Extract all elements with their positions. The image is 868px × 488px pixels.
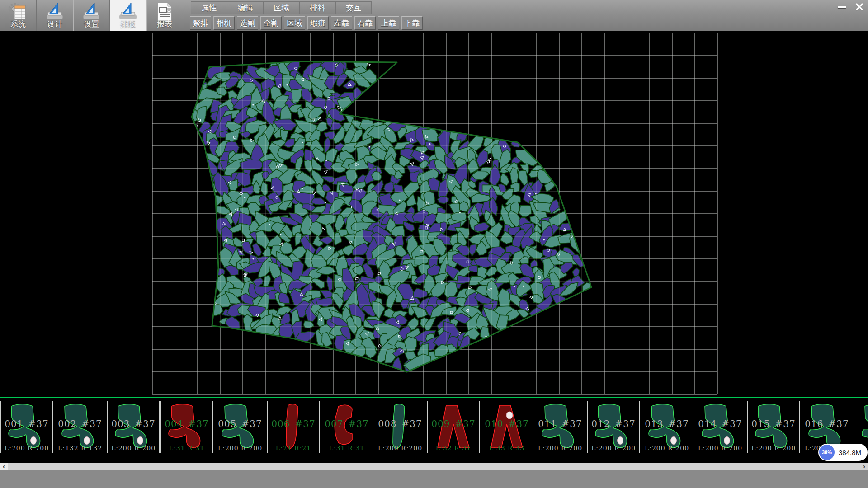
- part-id-label: 014_#37: [694, 418, 746, 429]
- download-badge[interactable]: 38% 384.8M: [818, 444, 868, 461]
- part-thumbnail-010_#37[interactable]: 010_#37L:33 R:33: [481, 401, 533, 453]
- action-button-相机[interactable]: 相机: [213, 16, 235, 30]
- action-button-全割[interactable]: 全割: [260, 16, 282, 30]
- part-thumbnail-014_#37[interactable]: 014_#37L:200 R:200: [694, 401, 746, 453]
- action-button-聚排[interactable]: 聚排: [190, 16, 211, 30]
- download-size: 384.8M: [839, 449, 861, 456]
- menu-tab-交互[interactable]: 交互: [335, 1, 372, 14]
- part-id-label: 016_#37: [801, 418, 853, 429]
- part-counts-label: L:200 R:200: [641, 445, 693, 452]
- parts-panel: 001_#37L:700 R:700002_#37L:132 R:132003_…: [0, 399, 868, 463]
- launcher-item-报表[interactable]: 报表: [146, 0, 183, 31]
- menu-tab-bar: 属性编辑区域排料交互: [191, 1, 372, 15]
- part-id-label: 010_#37: [481, 418, 533, 429]
- part-counts-label: L:132 R:132: [54, 445, 106, 452]
- part-id-label: 002_#37: [54, 418, 106, 429]
- nesting-app-window: 系统设计设置排版报表 属性编辑区域排料交互 聚排相机选割全割区域瑕疵左靠右靠上靠…: [0, 0, 868, 488]
- launcher-item-label: 设计: [37, 19, 73, 29]
- part-id-label: 009_#37: [428, 418, 479, 429]
- close-icon: [854, 2, 863, 11]
- part-thumbnail-013_#37[interactable]: 013_#37L:200 R:200: [641, 401, 693, 453]
- part-thumbnail-002_#37[interactable]: 002_#37L:132 R:132: [54, 401, 106, 453]
- part-counts-label: L:200 R:200: [214, 445, 266, 452]
- action-button-下靠[interactable]: 下靠: [401, 16, 423, 30]
- part-thumbnail-004_#37[interactable]: 004_#37L:31 R:31: [160, 401, 213, 453]
- part-counts-label: L:32 R:31: [428, 445, 479, 452]
- nesting-canvas-svg: [0, 32, 868, 397]
- part-id-label: 007_#37: [321, 418, 373, 429]
- part-thumbnail-015_#37[interactable]: 015_#37L:200 R:200: [747, 401, 800, 453]
- horizontal-scrollbar[interactable]: ‹ ›: [0, 463, 868, 470]
- part-id-label: 001_#37: [1, 418, 52, 429]
- part-counts-label: L:700 R:700: [1, 445, 52, 452]
- menu-tab-属性[interactable]: 属性: [191, 1, 227, 14]
- nesting-canvas[interactable]: [0, 32, 868, 397]
- part-id-label: 013_#37: [641, 418, 693, 429]
- menu-tab-编辑[interactable]: 编辑: [227, 1, 263, 14]
- part-counts-label: L:33 R:33: [481, 445, 533, 452]
- part-counts-label: L:200 R:200: [108, 445, 159, 452]
- part-id-label: 003_#37: [108, 418, 159, 429]
- action-button-区域[interactable]: 区域: [284, 16, 305, 30]
- part-id-label: 012_#37: [588, 418, 639, 429]
- part-id-label: 015_#37: [748, 418, 799, 429]
- part-counts-label: L:200 R:200: [748, 445, 799, 452]
- part-thumbnail-003_#37[interactable]: 003_#37L:200 R:200: [107, 401, 160, 453]
- part-counts-label: L:200 R:200: [534, 445, 586, 452]
- status-bar: [0, 470, 868, 488]
- scroll-left-icon: ‹: [3, 462, 5, 470]
- part-counts-label: L:31 R:31: [161, 445, 212, 452]
- launcher-item-排版[interactable]: 排版: [110, 0, 146, 31]
- close-button[interactable]: [851, 1, 867, 13]
- launcher-item-设置[interactable]: 设置: [73, 0, 110, 31]
- part-id-label: 008_#37: [374, 418, 426, 429]
- launcher-item-label: 报表: [146, 19, 183, 29]
- toolbar: 系统设计设置排版报表 属性编辑区域排料交互 聚排相机选割全割区域瑕疵左靠右靠上靠…: [0, 0, 868, 32]
- part-counts-label: L:31 R:31: [321, 445, 373, 452]
- scroll-right-button[interactable]: ›: [860, 463, 868, 470]
- minimize-icon: [838, 6, 846, 8]
- action-button-上靠[interactable]: 上靠: [378, 16, 399, 30]
- part-id-label: 004_#37: [161, 418, 212, 429]
- menu-tab-区域[interactable]: 区域: [263, 1, 299, 14]
- action-button-bar: 聚排相机选割全割区域瑕疵左靠右靠上靠下靠: [190, 16, 425, 30]
- window-controls: [833, 1, 867, 13]
- action-button-瑕疵[interactable]: 瑕疵: [307, 16, 329, 30]
- launcher-item-设计[interactable]: 设计: [37, 0, 73, 31]
- part-thumbnail-008_#37[interactable]: 008_#37L:200 R:200: [374, 401, 426, 453]
- part-thumbnail-001_#37[interactable]: 001_#37L:700 R:700: [0, 401, 53, 453]
- part-thumbnail-007_#37[interactable]: 007_#37L:31 R:31: [321, 401, 373, 453]
- part-counts-label: L:200 R:200: [588, 445, 639, 452]
- part-thumbnail-005_#37[interactable]: 005_#37L:200 R:200: [214, 401, 266, 453]
- part-id-label: 011_#37: [534, 418, 586, 429]
- launcher-item-label: 排版: [110, 19, 146, 29]
- part-thumbnail-009_#37[interactable]: 009_#37L:32 R:31: [427, 401, 480, 453]
- launcher-item-label: 设置: [73, 19, 109, 29]
- action-button-左靠[interactable]: 左靠: [331, 16, 352, 30]
- launcher-item-系统[interactable]: 系统: [0, 0, 37, 31]
- download-percent: 38%: [822, 450, 832, 455]
- part-id-label: 006_#37: [268, 418, 319, 429]
- action-button-选割[interactable]: 选割: [237, 16, 258, 30]
- part-id-label: 005_#37: [214, 418, 266, 429]
- part-counts-label: L:200 R:200: [374, 445, 426, 452]
- part-counts-label: L:21 R:21: [268, 445, 319, 452]
- scroll-left-button[interactable]: ‹: [0, 463, 8, 470]
- action-button-右靠[interactable]: 右靠: [354, 16, 376, 30]
- part-counts-label: L:200 R:200: [694, 445, 746, 452]
- launcher-bar: 系统设计设置排版报表: [0, 0, 183, 31]
- launcher-item-label: 系统: [0, 19, 36, 29]
- download-progress-circle: 38%: [819, 445, 835, 460]
- part-thumbnail-012_#37[interactable]: 012_#37L:200 R:200: [587, 401, 640, 453]
- minimize-button[interactable]: [834, 1, 850, 13]
- menu-tab-排料[interactable]: 排料: [299, 1, 335, 14]
- part-thumbnail-006_#37[interactable]: 006_#37L:21 R:21: [267, 401, 320, 453]
- scroll-right-icon: ›: [863, 462, 865, 470]
- part-thumbnail-011_#37[interactable]: 011_#37L:200 R:200: [534, 401, 586, 453]
